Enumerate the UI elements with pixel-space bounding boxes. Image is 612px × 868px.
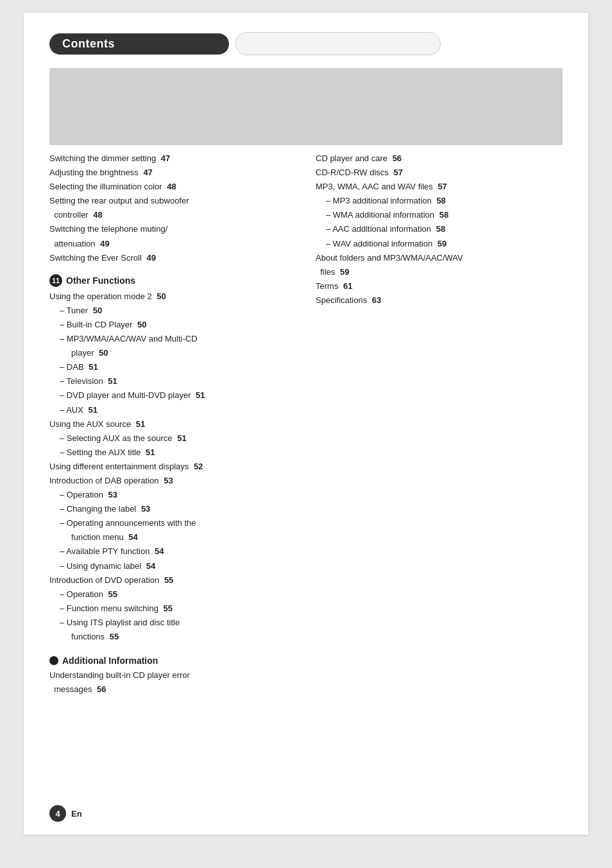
list-item: Using different entertainment displays 5…: [49, 460, 296, 474]
list-item: Setting the AUX title 51: [49, 446, 296, 460]
section-icon-11: 11: [49, 274, 62, 287]
list-item: Introduction of DAB operation 53: [49, 474, 296, 488]
page-num: 53: [141, 504, 150, 514]
list-item: Using ITS playlist and disc title functi…: [49, 616, 296, 644]
list-item: Changing the label 53: [49, 502, 296, 516]
page-num: 59: [340, 267, 349, 277]
list-item: WAV additional information 59: [316, 237, 563, 251]
content-columns: Switching the dimmer setting 47 Adjustin…: [49, 152, 563, 697]
left-column: Switching the dimmer setting 47 Adjustin…: [49, 152, 296, 697]
list-item: Function menu switching 55: [49, 602, 296, 616]
list-item: Built-in CD Player 50: [49, 318, 296, 332]
footer-page-number: 4: [49, 805, 66, 822]
list-item: Using the AUX source 51: [49, 417, 296, 431]
list-item: AUX 51: [49, 403, 296, 417]
page-num: 55: [164, 603, 173, 613]
page-num: 55: [110, 632, 119, 641]
section-title: Additional Information: [62, 655, 158, 666]
list-item: Setting the rear output and subwoofer co…: [49, 194, 296, 222]
list-item: MP3/WMA/AAC/WAV and Multi-CD player 50: [49, 332, 296, 360]
header-title: Contents: [62, 37, 115, 51]
list-item: Specifications 63: [316, 293, 563, 308]
footer-lang: En: [71, 809, 82, 819]
page-num: 50: [137, 320, 146, 329]
page-num: 55: [164, 575, 173, 585]
section-additional-info: Additional Information: [49, 655, 296, 666]
page-num: 51: [196, 390, 205, 400]
page-num: 51: [89, 362, 98, 372]
page-num: 50: [157, 291, 166, 301]
list-item: DVD player and Multi-DVD player 51: [49, 388, 296, 403]
list-item: Tuner 50: [49, 304, 296, 318]
list-item: Available PTY function 54: [49, 544, 296, 559]
list-item: Using dynamic label 54: [49, 559, 296, 573]
list-item: Selecting the illumination color 48: [49, 180, 296, 194]
page-num: 58: [436, 196, 445, 205]
list-item: About folders and MP3/WMA/AAC/WAV files …: [316, 251, 563, 279]
page-num: 50: [93, 306, 102, 315]
list-item: Operating announcements with the functio…: [49, 516, 296, 544]
page-num: 49: [146, 253, 155, 263]
page-num: 56: [393, 153, 402, 163]
page-num: 54: [155, 546, 164, 556]
list-item: Understanding built-in CD player error m…: [49, 668, 296, 697]
list-item: Television 51: [49, 374, 296, 388]
page-num: 48: [93, 210, 102, 220]
section-other-functions: 11 Other Functions: [49, 274, 296, 287]
list-item: Terms 61: [316, 279, 563, 293]
page-num: 51: [136, 419, 145, 429]
page-num: 47: [143, 168, 152, 177]
page-num: 53: [108, 490, 117, 499]
page-num: 59: [438, 239, 446, 248]
page-num: 54: [128, 532, 137, 542]
list-item: Operation 53: [49, 488, 296, 502]
page-num: 57: [438, 182, 446, 191]
list-item: Introduction of DVD operation 55: [49, 573, 296, 587]
list-item: Adjusting the brightness 47: [49, 166, 296, 180]
header-empty-box: [235, 32, 441, 55]
page-num: 54: [146, 561, 155, 571]
page: Contents Switching the dimmer setting 47…: [24, 13, 588, 835]
list-item: MP3 additional information 58: [316, 194, 563, 208]
page-num: 58: [439, 210, 448, 220]
list-item: Switching the dimmer setting 47: [49, 152, 296, 166]
page-num: 51: [108, 376, 117, 386]
top-image-area: [49, 68, 563, 145]
list-item: DAB 51: [49, 360, 296, 374]
list-item: Switching the Ever Scroll 49: [49, 251, 296, 265]
page-num: 49: [100, 239, 109, 248]
page-num: 51: [146, 447, 155, 457]
list-item: AAC additional information 58: [316, 222, 563, 236]
right-column: CD player and care 56 CD-R/CD-RW discs 5…: [316, 152, 563, 697]
list-item: WMA additional information 58: [316, 208, 563, 222]
page-num: 57: [393, 168, 402, 177]
page-num: 52: [194, 462, 203, 471]
list-item: MP3, WMA, AAC and WAV files 57: [316, 180, 563, 194]
page-num: 51: [177, 433, 186, 443]
list-item: Selecting AUX as the source 51: [49, 431, 296, 446]
list-item: Switching the telephone muting/ attenuat…: [49, 222, 296, 250]
section-title: Other Functions: [66, 275, 135, 286]
section-icon-bullet: [49, 656, 58, 665]
footer: 4 En: [49, 805, 82, 822]
page-num: 56: [97, 684, 106, 694]
page-num: 63: [372, 295, 381, 305]
page-num: 61: [343, 281, 352, 291]
page-num: 48: [167, 182, 176, 191]
list-item: Operation 55: [49, 587, 296, 602]
page-num: 55: [108, 589, 117, 599]
page-num: 53: [164, 476, 173, 485]
page-num: 50: [99, 348, 108, 358]
page-num: 58: [436, 224, 445, 234]
header-bar: Contents: [49, 32, 563, 55]
list-item: CD player and care 56: [316, 152, 563, 166]
page-num: 47: [161, 153, 170, 163]
list-item: CD-R/CD-RW discs 57: [316, 166, 563, 180]
list-item: Using the operation mode 2 50: [49, 290, 296, 304]
header-title-box: Contents: [49, 33, 229, 55]
page-num: 51: [88, 405, 97, 415]
